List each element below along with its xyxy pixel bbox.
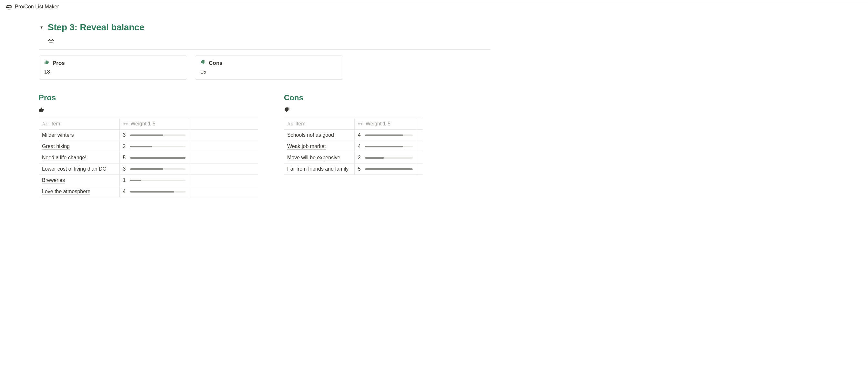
pros-block: Pros Aa Item bbox=[39, 93, 258, 197]
text-aa-icon: Aa bbox=[42, 121, 48, 127]
thumbs-down-icon bbox=[200, 60, 206, 66]
table-row[interactable]: Far from friends and family5 bbox=[284, 163, 423, 175]
weight-bar bbox=[130, 157, 186, 159]
item-text: Schools not as good bbox=[287, 132, 334, 138]
item-text: Breweries bbox=[42, 178, 65, 184]
column-header-item-label: Item bbox=[50, 121, 60, 127]
thumbs-up-icon bbox=[44, 60, 50, 66]
lists-row: Pros Aa Item bbox=[39, 93, 491, 197]
summary-cons-label: Cons bbox=[209, 60, 223, 66]
table-row[interactable]: Love the atmosphere4 bbox=[39, 186, 258, 197]
weight-cell[interactable]: 3 bbox=[119, 130, 189, 141]
weight-bar bbox=[130, 134, 186, 136]
table-row[interactable]: Great hiking2 bbox=[39, 141, 258, 152]
column-header-weight[interactable]: Weight 1-5 bbox=[354, 118, 416, 130]
weight-cell[interactable]: 5 bbox=[119, 152, 189, 163]
item-cell[interactable]: Far from friends and family bbox=[284, 163, 354, 175]
item-cell[interactable]: Need a life change! bbox=[39, 152, 119, 163]
thumbs-down-icon bbox=[284, 105, 423, 118]
weight-value: 2 bbox=[358, 155, 361, 161]
weight-cell[interactable]: 4 bbox=[354, 141, 416, 152]
weight-cell[interactable]: 2 bbox=[119, 141, 189, 152]
scale-icon bbox=[48, 37, 491, 43]
weight-bar bbox=[365, 157, 413, 159]
weight-value: 4 bbox=[358, 143, 361, 149]
weight-cell[interactable]: 4 bbox=[119, 186, 189, 197]
spare-cell[interactable] bbox=[189, 141, 258, 152]
weight-value: 4 bbox=[123, 189, 126, 194]
summary-card-pros[interactable]: Pros 18 bbox=[39, 56, 187, 80]
weight-cell[interactable]: 3 bbox=[119, 163, 189, 175]
step-sub-icon bbox=[39, 34, 491, 47]
scale-icon bbox=[6, 4, 12, 10]
table-row[interactable]: Need a life change!5 bbox=[39, 152, 258, 163]
column-header-item[interactable]: Aa Item bbox=[284, 118, 354, 130]
table-row[interactable]: Lower cost of living than DC3 bbox=[39, 163, 258, 175]
item-text: Need a life change! bbox=[42, 155, 87, 161]
text-aa-icon: Aa bbox=[287, 121, 293, 127]
spare-cell[interactable] bbox=[189, 152, 258, 163]
item-cell[interactable]: Weak job market bbox=[284, 141, 354, 152]
spare-cell[interactable] bbox=[416, 130, 423, 141]
weight-value: 5 bbox=[123, 155, 126, 161]
item-cell[interactable]: Breweries bbox=[39, 175, 119, 186]
item-cell[interactable]: Love the atmosphere bbox=[39, 186, 119, 197]
summary-pros-label: Pros bbox=[53, 60, 65, 66]
column-header-weight-label: Weight 1-5 bbox=[131, 121, 156, 127]
pros-table: Aa Item Weight 1-5 bbox=[39, 118, 258, 197]
item-cell[interactable]: Schools not as good bbox=[284, 130, 354, 141]
item-text: Milder winters bbox=[42, 132, 74, 138]
step-header: ▼ Step 3: Reveal balance bbox=[39, 20, 491, 34]
weight-cell[interactable]: 2 bbox=[354, 152, 416, 163]
table-row[interactable]: Weak job market4 bbox=[284, 141, 423, 152]
spare-cell[interactable] bbox=[416, 141, 423, 152]
weight-value: 4 bbox=[358, 132, 361, 138]
pros-title: Pros bbox=[39, 93, 258, 102]
item-cell[interactable]: Move will be expensive bbox=[284, 152, 354, 163]
spare-cell[interactable] bbox=[189, 186, 258, 197]
summary-card-cons[interactable]: Cons 15 bbox=[195, 56, 343, 80]
table-row[interactable]: Move will be expensive2 bbox=[284, 152, 423, 163]
weight-value: 5 bbox=[358, 166, 361, 172]
column-header-spare[interactable] bbox=[416, 118, 423, 130]
weight-value: 1 bbox=[123, 178, 126, 183]
dumbbell-icon bbox=[358, 121, 363, 126]
table-row[interactable]: Milder winters3 bbox=[39, 130, 258, 141]
dumbbell-icon bbox=[123, 121, 128, 126]
summary-row: Pros 18 Cons 15 bbox=[39, 56, 491, 80]
weight-bar bbox=[130, 180, 186, 181]
weight-bar bbox=[130, 146, 186, 148]
spare-cell[interactable] bbox=[189, 163, 258, 175]
cons-block: Cons Aa Item bbox=[284, 93, 423, 197]
weight-cell[interactable]: 1 bbox=[119, 175, 189, 186]
weight-value: 3 bbox=[123, 132, 126, 138]
item-text: Move will be expensive bbox=[287, 155, 340, 161]
column-header-item-label: Item bbox=[296, 121, 306, 127]
app-title[interactable]: Pro/Con List Maker bbox=[15, 4, 59, 10]
item-cell[interactable]: Great hiking bbox=[39, 141, 119, 152]
item-text: Far from friends and family bbox=[287, 166, 348, 172]
item-text: Great hiking bbox=[42, 143, 70, 150]
item-cell[interactable]: Milder winters bbox=[39, 130, 119, 141]
weight-cell[interactable]: 5 bbox=[354, 163, 416, 175]
weight-bar bbox=[365, 146, 413, 148]
weight-bar bbox=[365, 168, 413, 170]
spare-cell[interactable] bbox=[416, 152, 423, 163]
summary-pros-value: 18 bbox=[44, 69, 182, 75]
weight-cell[interactable]: 4 bbox=[354, 130, 416, 141]
column-header-spare[interactable] bbox=[189, 118, 258, 130]
topbar: Pro/Con List Maker bbox=[0, 0, 868, 13]
column-header-weight[interactable]: Weight 1-5 bbox=[119, 118, 189, 130]
toggle-triangle-icon[interactable]: ▼ bbox=[39, 25, 44, 30]
spare-cell[interactable] bbox=[416, 163, 423, 175]
spare-cell[interactable] bbox=[189, 130, 258, 141]
item-text: Lower cost of living than DC bbox=[42, 166, 106, 172]
table-row[interactable]: Schools not as good4 bbox=[284, 130, 423, 141]
weight-value: 2 bbox=[123, 143, 126, 149]
item-cell[interactable]: Lower cost of living than DC bbox=[39, 163, 119, 175]
column-header-item[interactable]: Aa Item bbox=[39, 118, 119, 130]
divider bbox=[39, 49, 491, 50]
table-row[interactable]: Breweries1 bbox=[39, 175, 258, 186]
item-text: Love the atmosphere bbox=[42, 189, 90, 195]
spare-cell[interactable] bbox=[189, 175, 258, 186]
